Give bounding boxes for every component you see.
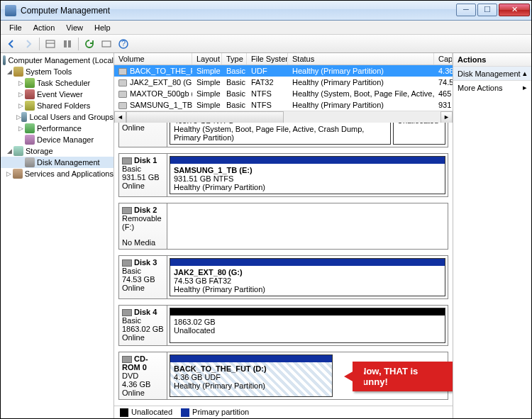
disk-partitions: SAMSUNG_1_TB (E:)931.51 GB NTFSHealthy (… [167, 154, 448, 196]
tree-storage[interactable]: ◢Storage [1, 145, 113, 157]
collapse-icon: ▴ [523, 69, 527, 78]
tree-local-users[interactable]: ▷Local Users and Groups [1, 111, 113, 123]
event-icon [25, 89, 35, 99]
tree-root[interactable]: Computer Management (Local [1, 55, 113, 66]
menu-action[interactable]: Action [28, 22, 61, 33]
window-maximize-button[interactable]: ☐ [477, 4, 497, 16]
partition[interactable]: 1863.02 GBUnallocated [170, 308, 445, 343]
forward-button[interactable] [21, 36, 36, 52]
storage-icon [13, 146, 23, 156]
legend-label-unallocated: Unallocated [131, 408, 172, 416]
disk-row[interactable]: CD-ROM 0DVD4.36 GBOnlineBACK_TO_THE_FUT … [118, 352, 448, 400]
help-button[interactable]: ? [116, 36, 131, 52]
disk-partitions: 1863.02 GBUnallocated [167, 306, 448, 345]
refresh-button[interactable] [82, 36, 97, 52]
tree-disk-management[interactable]: Disk Management [1, 157, 113, 168]
disk-row[interactable]: Disk 4Basic1863.02 GBOnline1863.02 GBUna… [118, 305, 448, 346]
actions-more[interactable]: More Actions▸ [453, 81, 531, 94]
col-volume[interactable]: Volume [114, 53, 192, 65]
volume-row[interactable]: BACK_TO_THE_FUT (D:)SimpleBasicUDFHealth… [114, 65, 453, 77]
disk-partitions: JAK2_EXT_80 (G:)74.53 GB FAT32Healthy (P… [167, 256, 448, 298]
menu-bar: File Action View Help [1, 21, 531, 35]
disk-row[interactable]: Disk 1Basic931.51 GBOnlineSAMSUNG_1_TB (… [118, 153, 448, 197]
svg-rect-0 [46, 40, 55, 48]
disk-icon [25, 157, 35, 167]
col-filesystem[interactable]: File System [247, 53, 288, 65]
volume-row[interactable]: MAXTOR_500gb (C:)SimpleBasicNTFSHealthy … [114, 88, 453, 99]
services-icon [13, 169, 22, 179]
disk-drive-icon [122, 207, 132, 214]
actions-disk-management[interactable]: Disk Management▴ [453, 67, 531, 81]
volume-hscrollbar[interactable]: ◄ ► [114, 111, 453, 123]
partition-bar [170, 259, 445, 266]
partition-bar [170, 157, 445, 164]
scroll-left-button[interactable]: ◄ [114, 111, 126, 123]
disk-drive-icon [122, 309, 132, 316]
chevron-right-icon: ▸ [523, 83, 527, 92]
volume-icon [118, 91, 127, 98]
toolbar-icon-4[interactable] [99, 36, 114, 52]
tree-performance[interactable]: ▷Performance [1, 123, 113, 134]
disk-info: Disk 1Basic931.51 GBOnline [119, 154, 167, 196]
toolbar-icon-1[interactable] [43, 36, 58, 52]
disk-info: CD-ROM 0DVD4.36 GBOnline [119, 352, 167, 399]
disk-partitions [167, 203, 448, 249]
window-title: Computer Management [21, 6, 455, 16]
disk-info: Disk 4Basic1863.02 GBOnline [119, 306, 167, 345]
partition[interactable]: 9 MBUnallocated [393, 123, 445, 145]
app-icon [5, 5, 16, 16]
col-layout[interactable]: Layout [192, 53, 222, 65]
tree-task-scheduler[interactable]: ▷Task Scheduler [1, 77, 113, 89]
volume-row[interactable]: SAMSUNG_1_TB (E:)SimpleBasicNTFSHealthy … [114, 99, 453, 111]
scroll-thumb[interactable] [126, 111, 284, 123]
volume-row[interactable]: JAK2_EXT_80 (G:)SimpleBasicFAT32Healthy … [114, 77, 453, 88]
menu-file[interactable]: File [4, 22, 28, 33]
nav-tree[interactable]: Computer Management (Local ◢System Tools… [1, 53, 114, 418]
volume-list[interactable]: BACK_TO_THE_FUT (D:)SimpleBasicUDFHealth… [114, 65, 453, 111]
col-capacity[interactable]: Cap [434, 53, 453, 65]
disk-graphical-view[interactable]: Disk 0Basic465.76 GBOnlineMAXTOR_500gb (… [114, 123, 453, 406]
disk-info: Disk 0Basic465.76 GBOnline [119, 123, 167, 147]
tree-event-viewer[interactable]: ▷Event Viewer [1, 89, 113, 100]
volume-list-header: Volume Layout Type File System Status Ca… [114, 53, 453, 65]
actions-pane: Actions Disk Management▴ More Actions▸ [453, 53, 531, 418]
menu-view[interactable]: View [60, 22, 89, 33]
legend-label-primary: Primary partition [192, 408, 249, 416]
col-type[interactable]: Type [222, 53, 247, 65]
disk-row[interactable]: Disk 0Basic465.76 GBOnlineMAXTOR_500gb (… [118, 123, 448, 147]
window-minimize-button[interactable]: ─ [456, 4, 476, 16]
svg-rect-4 [102, 41, 111, 47]
partition[interactable]: JAK2_EXT_80 (G:)74.53 GB FAT32Healthy (P… [170, 258, 445, 296]
volume-icon [118, 79, 127, 86]
disk-partitions: BACK_TO_THE_FUT (D:)4.36 GB UDFHealthy (… [167, 352, 448, 399]
back-button[interactable] [4, 36, 19, 52]
svg-rect-2 [64, 40, 67, 48]
disk-drive-icon [122, 157, 132, 164]
partition[interactable]: MAXTOR_500gb (C:)465.75 GB NTFSHealthy (… [170, 123, 391, 145]
toolbar: ? [1, 35, 531, 53]
menu-help[interactable]: Help [89, 22, 116, 33]
share-icon [25, 101, 35, 111]
disk-drive-icon [122, 259, 132, 267]
disk-row[interactable]: Disk 2Removable (F:)No Media [118, 203, 448, 250]
perf-icon [25, 123, 35, 133]
tools-icon [13, 67, 23, 77]
legend-swatch-unallocated [120, 408, 128, 417]
partition-bar [170, 308, 445, 315]
col-status[interactable]: Status [288, 53, 434, 65]
window-close-button[interactable]: ✕ [499, 4, 530, 16]
svg-text:?: ? [121, 39, 126, 48]
toolbar-icon-2[interactable] [60, 36, 75, 52]
tree-system-tools[interactable]: ◢System Tools [1, 66, 113, 77]
partition[interactable]: BACK_TO_THE_FUT (D:)4.36 GB UDFHealthy (… [170, 354, 333, 397]
legend: Unallocated Primary partition [114, 406, 453, 418]
tree-shared-folders[interactable]: ▷Shared Folders [1, 100, 113, 111]
scroll-right-button[interactable]: ► [440, 111, 453, 123]
disk-drive-icon [122, 356, 132, 363]
tree-device-manager[interactable]: Device Manager [1, 134, 113, 145]
tree-services-apps[interactable]: ▷Services and Applications [1, 168, 113, 179]
users-icon [21, 112, 27, 122]
partition[interactable]: SAMSUNG_1_TB (E:)931.51 GB NTFSHealthy (… [170, 156, 445, 194]
volume-icon [118, 102, 127, 109]
disk-row[interactable]: Disk 3Basic74.53 GBOnlineJAK2_EXT_80 (G:… [118, 255, 448, 299]
